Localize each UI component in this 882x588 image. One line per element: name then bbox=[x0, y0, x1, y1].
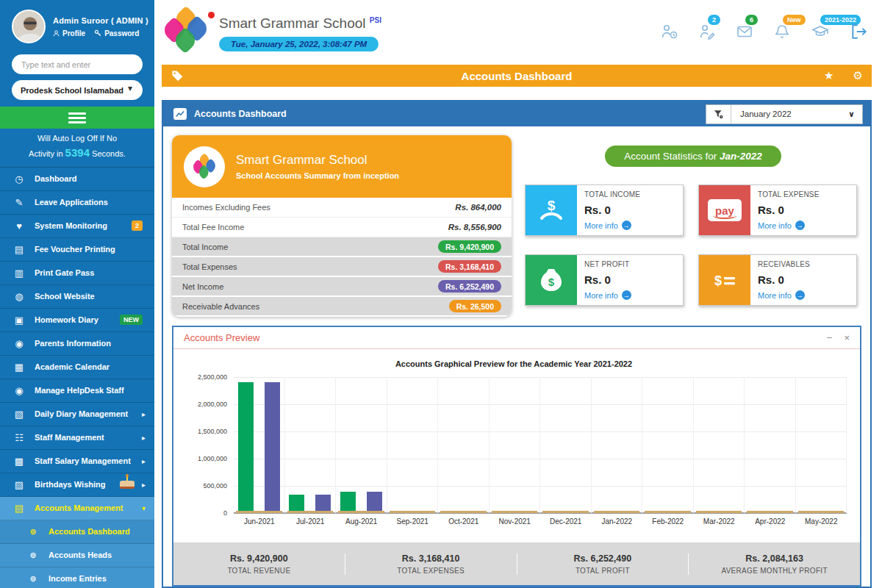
more-info-link[interactable]: More info→ bbox=[584, 220, 640, 230]
summary-row-label: Total Fee Income bbox=[182, 223, 244, 232]
filter-button[interactable] bbox=[706, 105, 731, 123]
bar-expense bbox=[440, 511, 487, 513]
sidebar-item-accounts-management[interactable]: ▤Accounts Management▾ bbox=[0, 497, 154, 520]
menu-toggle-button[interactable] bbox=[0, 107, 154, 129]
summary-row-label: Incomes Excluding Fees bbox=[182, 203, 270, 212]
footer-stat-label: TOTAL PROFIT bbox=[517, 567, 689, 575]
logout-button[interactable] bbox=[850, 22, 869, 41]
birthday-icon: ▨ bbox=[12, 479, 26, 490]
academic-session-icon-button[interactable]: 2021-2022 bbox=[811, 23, 830, 40]
footer-stat-total-expenses: Rs. 3,168,410TOTAL EXPENSES bbox=[345, 553, 517, 575]
sidebar-item-label: Birthdays Wishing bbox=[35, 480, 120, 489]
messages-icon-button[interactable]: 6 bbox=[736, 23, 753, 40]
accounts-preview-title: Accounts Preview bbox=[184, 332, 259, 343]
search-input[interactable] bbox=[12, 54, 143, 74]
password-link[interactable]: Password bbox=[94, 29, 139, 37]
sidebar-item-homework-diary[interactable]: ▣Homework DiaryNEW bbox=[0, 309, 154, 332]
staff-management-icon: ☷ bbox=[12, 432, 26, 443]
y-tick-label: 2,000,000 bbox=[198, 401, 227, 408]
bar-expense bbox=[747, 511, 793, 513]
chart-column-mar-2022 bbox=[694, 377, 745, 513]
chart-column-oct-2021 bbox=[438, 377, 490, 513]
sidebar-item-academic-calendar[interactable]: ▦Academic Calendar bbox=[0, 356, 154, 379]
sidebar-item-accounts-dashboard[interactable]: ⊚Accounts Dashboard bbox=[0, 520, 154, 544]
profile-link[interactable]: Profile bbox=[53, 29, 85, 37]
sidebar-item-daily-diary-management[interactable]: ▧Daily Diary Management▸ bbox=[0, 403, 154, 426]
bar-expense bbox=[492, 511, 538, 513]
month-select[interactable]: January 2022 bbox=[731, 105, 862, 123]
bar-expense bbox=[236, 511, 282, 513]
more-info-link[interactable]: More info→ bbox=[758, 220, 820, 230]
sidebar-item-income-entries[interactable]: ⊚Income Entries bbox=[0, 567, 154, 588]
sidebar-item-parents-information[interactable]: ◉Parents Information bbox=[0, 332, 154, 356]
gate-pass-icon: ▥ bbox=[12, 268, 26, 279]
accounts-preview-panel: Accounts Preview − × Accounts Graphical … bbox=[172, 326, 861, 587]
page-title: Accounts Dashboard bbox=[162, 70, 872, 82]
chart-x-axis: Jun-2021Jul-2021Aug-2021Sep-2021Oct-2021… bbox=[234, 513, 847, 526]
summary-row-label: Total Income bbox=[182, 243, 228, 251]
homework-diary-icon: ▣ bbox=[12, 315, 26, 326]
sidebar-item-system-monitoring[interactable]: ♥System Monitoring2 bbox=[0, 215, 154, 238]
school-select-wrap: Prodesk School Islamabad bbox=[0, 79, 154, 107]
sidebar-item-label: School Website bbox=[35, 292, 146, 301]
sidebar-item-label: Academic Calendar bbox=[35, 362, 146, 371]
sidebar-item-dashboard[interactable]: ◷Dashboard bbox=[0, 168, 154, 191]
summary-row-incomes-excluding-fees: Incomes Excluding FeesRs. 864,000 bbox=[172, 198, 512, 218]
chart-icon bbox=[173, 108, 187, 120]
notification-badge: New bbox=[783, 15, 806, 25]
school-select[interactable]: Prodesk School Islamabad bbox=[12, 80, 143, 100]
hand-dollar-icon: $ bbox=[537, 196, 566, 225]
funnel-icon bbox=[713, 109, 724, 120]
app-root: Admin Suroor ( ADMIN ) Profile Password bbox=[0, 0, 882, 588]
page-banner: Accounts Dashboard ★ ⚙ bbox=[162, 65, 872, 87]
favorite-star-icon[interactable]: ★ bbox=[824, 69, 833, 82]
more-info-link[interactable]: More info→ bbox=[584, 290, 631, 300]
sub-item-icon: ⊚ bbox=[26, 574, 40, 584]
arrow-circle-icon: → bbox=[622, 290, 631, 300]
footer-stat-label: TOTAL EXPENSES bbox=[345, 567, 517, 575]
sidebar-item-staff-salary-management[interactable]: ▩Staff Salary Management▸ bbox=[0, 450, 154, 473]
sidebar-item-manage-helpdesk-staff[interactable]: ◉Manage HelpDesk Staff bbox=[0, 379, 154, 403]
sidebar-item-accounts-heads[interactable]: ⊚Accounts Heads bbox=[0, 544, 154, 567]
bar-expense bbox=[594, 511, 640, 513]
mail-count-badge: 6 bbox=[745, 15, 758, 25]
chart-column-apr-2022 bbox=[745, 377, 796, 513]
x-tick-label: Sep-2021 bbox=[387, 513, 439, 526]
svg-text:$: $ bbox=[714, 273, 722, 288]
school-name: Smart Grammar School PSI bbox=[219, 15, 381, 32]
settings-gears-icon[interactable]: ⚙ bbox=[853, 69, 863, 82]
arrow-circle-icon: → bbox=[795, 290, 805, 300]
sidebar-item-label: Income Entries bbox=[49, 574, 146, 583]
footer-stat-total-profit: Rs. 6,252,490TOTAL PROFIT bbox=[517, 553, 689, 575]
sidebar-item-staff-management[interactable]: ☷Staff Management▸ bbox=[0, 426, 154, 450]
chart-column-jan-2022 bbox=[592, 377, 643, 513]
sidebar-item-label: Staff Management bbox=[35, 433, 139, 442]
footer-stat-value: Rs. 2,084,163 bbox=[689, 553, 860, 564]
avatar[interactable] bbox=[12, 10, 46, 43]
user-session-icon[interactable] bbox=[661, 23, 678, 40]
sidebar-item-label: Parents Information bbox=[35, 339, 146, 348]
sidebar-item-leave-applications[interactable]: ✎Leave Applications bbox=[0, 191, 154, 215]
birthday-cake-icon bbox=[120, 481, 135, 489]
x-tick-label: Feb-2022 bbox=[642, 513, 694, 526]
sidebar-item-birthdays-wishing[interactable]: ▨Birthdays Wishing▸ bbox=[0, 473, 154, 497]
sidebar-item-print-gate-pass[interactable]: ▥Print Gate Pass bbox=[0, 262, 154, 285]
sidebar-item-fee-voucher-printing[interactable]: ▤Fee Voucher Printing bbox=[0, 238, 154, 262]
chevron-icon: ▸ bbox=[142, 481, 146, 489]
chart-column-may-2022 bbox=[796, 377, 847, 513]
notifications-icon-button[interactable]: New bbox=[773, 23, 791, 40]
staff-salary-icon: ▩ bbox=[12, 456, 26, 467]
summary-card-title: Smart Grammar School bbox=[236, 153, 399, 168]
x-tick-label: Jun-2021 bbox=[234, 513, 285, 526]
summary-row-label: Receivable Advances bbox=[182, 302, 259, 311]
more-info-link[interactable]: More info→ bbox=[758, 290, 810, 300]
close-icon[interactable]: × bbox=[844, 332, 850, 343]
summary-row-total-income: Total IncomeRs. 9,420,900 bbox=[172, 237, 512, 257]
sub-item-icon: ⊚ bbox=[26, 527, 40, 537]
chart-column-sep-2021 bbox=[387, 377, 439, 513]
sidebar-item-school-website[interactable]: ◍School Website bbox=[0, 285, 154, 309]
user-edit-icon-button[interactable]: 2 bbox=[698, 23, 716, 40]
bar-expense bbox=[798, 511, 845, 513]
fee-voucher-icon: ▤ bbox=[12, 244, 26, 255]
minimize-icon[interactable]: − bbox=[827, 332, 833, 343]
